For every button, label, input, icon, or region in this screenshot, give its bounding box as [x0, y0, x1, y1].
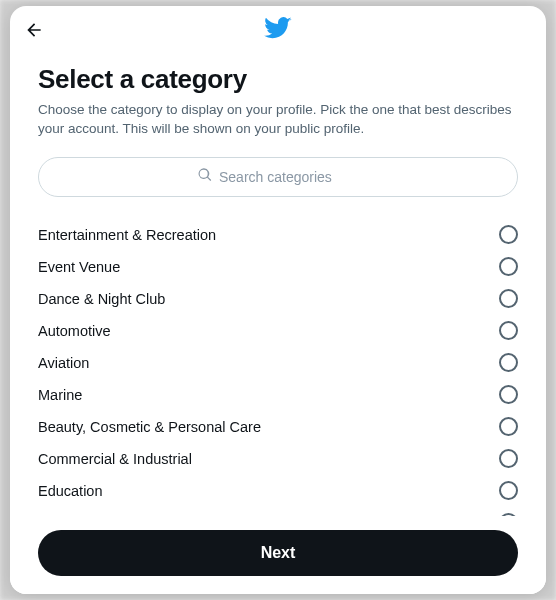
radio-unchecked-icon[interactable]	[499, 481, 518, 500]
category-modal: Select a category Choose the category to…	[10, 6, 546, 594]
radio-unchecked-icon[interactable]	[499, 321, 518, 340]
page-title: Select a category	[38, 64, 518, 95]
category-label: Education	[38, 483, 103, 499]
radio-unchecked-icon[interactable]	[499, 385, 518, 404]
twitter-logo-icon	[264, 14, 292, 46]
page-description: Choose the category to display on your p…	[38, 101, 518, 139]
radio-unchecked-icon[interactable]	[499, 513, 518, 516]
category-item[interactable]: Financial Services	[38, 507, 518, 516]
back-arrow-icon[interactable]	[24, 20, 44, 40]
radio-unchecked-icon[interactable]	[499, 257, 518, 276]
modal-content-scroll[interactable]: Select a category Choose the category to…	[10, 54, 546, 516]
category-label: Dance & Night Club	[38, 291, 165, 307]
category-item[interactable]: Aviation	[38, 347, 518, 379]
category-label: Beauty, Cosmetic & Personal Care	[38, 419, 261, 435]
category-label: Commercial & Industrial	[38, 451, 192, 467]
category-item[interactable]: Education	[38, 475, 518, 507]
category-label: Entertainment & Recreation	[38, 227, 216, 243]
category-item[interactable]: Event Venue	[38, 251, 518, 283]
search-field[interactable]	[38, 157, 518, 197]
category-label: Aviation	[38, 355, 89, 371]
modal-footer: Next	[10, 516, 546, 594]
search-icon	[197, 167, 213, 186]
category-item[interactable]: Marine	[38, 379, 518, 411]
category-item[interactable]: Automotive	[38, 315, 518, 347]
search-input[interactable]	[219, 169, 359, 185]
radio-unchecked-icon[interactable]	[499, 353, 518, 372]
category-item[interactable]: Beauty, Cosmetic & Personal Care	[38, 411, 518, 443]
category-label: Automotive	[38, 323, 111, 339]
radio-unchecked-icon[interactable]	[499, 449, 518, 468]
modal-header	[10, 6, 546, 54]
category-label: Marine	[38, 387, 82, 403]
category-item[interactable]: Entertainment & Recreation	[38, 219, 518, 251]
radio-unchecked-icon[interactable]	[499, 225, 518, 244]
radio-unchecked-icon[interactable]	[499, 417, 518, 436]
category-label: Event Venue	[38, 259, 120, 275]
radio-unchecked-icon[interactable]	[499, 289, 518, 308]
category-label: Financial Services	[38, 515, 156, 516]
category-item[interactable]: Commercial & Industrial	[38, 443, 518, 475]
category-item[interactable]: Dance & Night Club	[38, 283, 518, 315]
category-list: Entertainment & Recreation Event Venue D…	[38, 219, 518, 516]
next-button[interactable]: Next	[38, 530, 518, 576]
